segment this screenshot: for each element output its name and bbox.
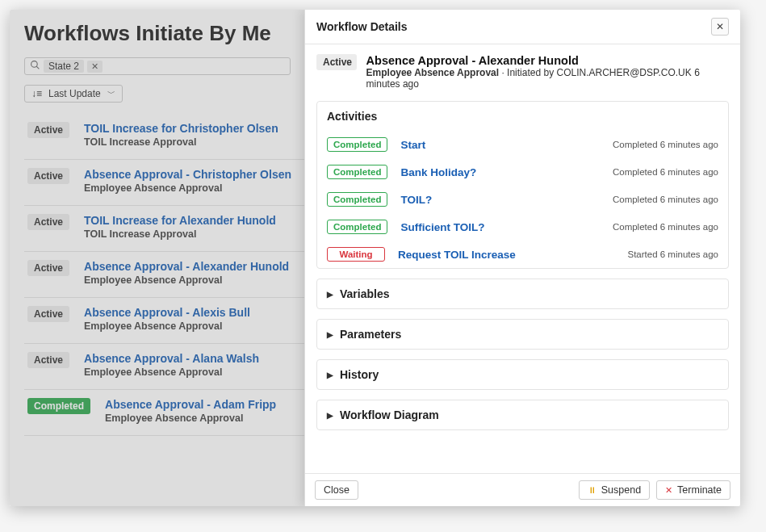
activity-time: Started 6 minutes ago — [627, 249, 718, 259]
drawer-header: Workflow Details ✕ — [305, 10, 740, 44]
activity-status-badge: Completed — [327, 192, 387, 207]
activity-status-badge: Completed — [327, 137, 387, 152]
activity-name-link[interactable]: Sufficient TOIL? — [400, 221, 600, 233]
activity-row: CompletedTOIL?Completed 6 minutes ago — [317, 186, 728, 213]
pause-icon: ⏸ — [588, 485, 596, 495]
parameters-panel[interactable]: ▶Parameters — [316, 319, 729, 350]
parameters-heading: Parameters — [340, 328, 401, 341]
drawer-body: Active Absence Approval - Alexander Huno… — [305, 44, 740, 473]
workflow-diagram-panel[interactable]: ▶Workflow Diagram — [316, 400, 729, 430]
drawer-title: Workflow Details — [316, 20, 408, 33]
drawer-footer: Close ⏸ Suspend ✕ Terminate — [305, 473, 740, 506]
drawer-summary: Active Absence Approval - Alexander Huno… — [316, 54, 729, 90]
activity-name-link[interactable]: Bank Holiday? — [400, 166, 600, 178]
history-heading: History — [340, 368, 379, 381]
expand-icon: ▶ — [327, 330, 333, 339]
expand-icon: ▶ — [327, 411, 333, 420]
activities-panel: Activities CompletedStartCompleted 6 min… — [316, 101, 729, 269]
detail-title: Absence Approval - Alexander Hunold — [366, 54, 729, 67]
history-panel[interactable]: ▶History — [316, 359, 729, 390]
close-icon: ✕ — [716, 21, 724, 32]
diagram-heading: Workflow Diagram — [340, 408, 439, 421]
detail-subtitle-type: Employee Absence Approval — [366, 67, 500, 78]
suspend-button[interactable]: ⏸ Suspend — [579, 480, 650, 500]
variables-heading: Variables — [340, 287, 390, 300]
activities-heading: Activities — [317, 102, 728, 131]
activity-status-badge: Waiting — [327, 247, 385, 262]
activity-name-link[interactable]: Request TOIL Increase — [398, 249, 614, 261]
detail-subtitle: Employee Absence Approval · Initiated by… — [366, 67, 729, 90]
activity-status-badge: Completed — [327, 220, 387, 234]
suspend-label: Suspend — [601, 484, 641, 496]
activity-row: CompletedStartCompleted 6 minutes ago — [317, 131, 728, 158]
activity-time: Completed 6 minutes ago — [613, 167, 718, 177]
close-button[interactable]: ✕ — [711, 18, 729, 36]
close-button[interactable]: Close — [315, 480, 358, 500]
activity-name-link[interactable]: TOIL? — [400, 194, 600, 206]
activity-time: Completed 6 minutes ago — [613, 195, 718, 204]
terminate-label: Terminate — [677, 484, 722, 496]
activity-row: CompletedSufficient TOIL?Completed 6 min… — [317, 213, 728, 241]
variables-panel[interactable]: ▶Variables — [316, 279, 729, 309]
terminate-icon: ✕ — [665, 485, 672, 496]
activity-status-badge: Completed — [327, 165, 387, 179]
expand-icon: ▶ — [327, 371, 333, 379]
activity-row: CompletedBank Holiday?Completed 6 minute… — [317, 158, 728, 186]
workflow-details-drawer: Workflow Details ✕ Active Absence Approv… — [304, 10, 740, 506]
activity-time: Completed 6 minutes ago — [613, 140, 718, 149]
activity-name-link[interactable]: Start — [400, 139, 600, 151]
expand-icon: ▶ — [327, 290, 333, 299]
activity-row: WaitingRequest TOIL IncreaseStarted 6 mi… — [317, 241, 728, 268]
status-badge: Active — [316, 54, 357, 70]
activity-time: Completed 6 minutes ago — [613, 222, 718, 232]
terminate-button[interactable]: ✕ Terminate — [656, 480, 730, 500]
